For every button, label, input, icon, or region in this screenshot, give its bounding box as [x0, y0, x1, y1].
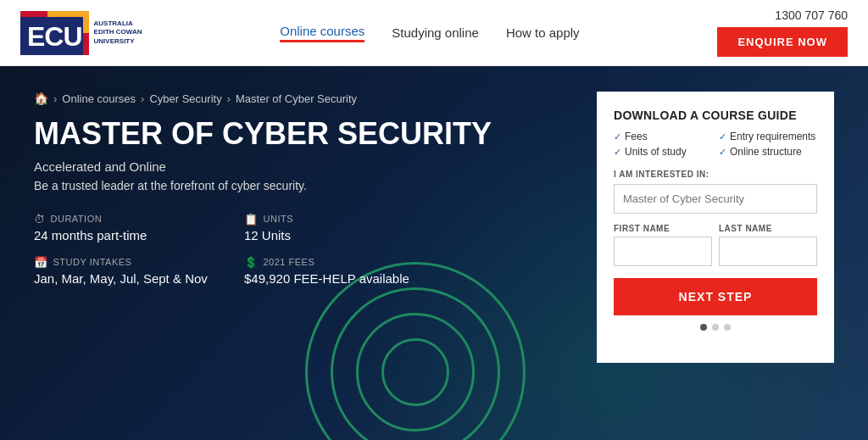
first-name-input[interactable] [614, 237, 712, 266]
breadcrumb-sep-1: › [53, 92, 57, 105]
guide-title: DOWNLOAD A COURSE GUIDE [614, 109, 817, 122]
fees-label: 💲 2021 FEES [244, 256, 441, 269]
check-icon-entry: ✓ [719, 131, 726, 142]
enquire-now-button[interactable]: ENQUIRE NOW [717, 27, 848, 57]
phone-number: 1300 707 760 [775, 8, 848, 22]
dot-2[interactable] [712, 324, 719, 331]
units-value: 12 Units [244, 228, 441, 242]
last-name-input[interactable] [719, 237, 817, 266]
check-icon-online: ✓ [719, 147, 726, 158]
interested-label: I AM INTERESTED IN: [614, 170, 817, 179]
last-name-col: LAST NAME [719, 224, 817, 266]
units-item: 📋 UNITS 12 Units [244, 213, 441, 242]
breadcrumb-sep-2: › [141, 92, 144, 105]
nav-how-to-apply[interactable]: How to apply [506, 25, 580, 40]
hero-section: 🏠 › Online courses › Cyber Security › Ma… [0, 66, 868, 440]
logo-subtitle: AUSTRALIA EDITH COWAN UNIVERSITY [94, 19, 142, 46]
hero-description: Be a trusted leader at the forefront of … [34, 179, 597, 192]
intakes-item: 📅 STUDY INTAKES Jan, Mar, May, Jul, Sept… [34, 256, 231, 286]
header-right: 1300 707 760 ENQUIRE NOW [717, 8, 848, 57]
dot-1[interactable] [700, 324, 707, 331]
logo-area: ECU AUSTRALIA EDITH COWAN UNIVERSITY [20, 11, 142, 55]
next-step-button[interactable]: NEXT STEP [614, 278, 817, 315]
name-row: FIRST NAME LAST NAME [614, 224, 817, 266]
hero-content: 🏠 › Online courses › Cyber Security › Ma… [34, 92, 597, 415]
feature-fees: ✓ Fees [614, 131, 712, 142]
fees-item: 💲 2021 FEES $49,920 FEE-HELP available [244, 256, 441, 286]
first-name-col: FIRST NAME [614, 224, 712, 266]
logo-side-bar [83, 11, 89, 55]
check-icon-units: ✓ [614, 147, 621, 158]
duration-label: ⏱ DURATION [34, 213, 231, 226]
fees-value: $49,920 FEE-HELP available [244, 271, 441, 286]
calendar-icon: 📅 [34, 256, 48, 269]
hero-subtitle: Accelerated and Online [34, 159, 597, 174]
units-icon: 📋 [244, 213, 259, 226]
check-icon-fees: ✓ [614, 131, 621, 142]
pagination-dots [614, 324, 817, 331]
nav-online-courses[interactable]: Online courses [280, 24, 364, 42]
header: ECU AUSTRALIA EDITH COWAN UNIVERSITY Onl… [0, 0, 868, 66]
last-name-label: LAST NAME [719, 224, 817, 233]
features-grid: ✓ Fees ✓ Entry requirements ✓ Units of s… [614, 131, 817, 158]
dot-3[interactable] [724, 324, 731, 331]
breadcrumb-online-courses[interactable]: Online courses [62, 92, 136, 105]
feature-entry: ✓ Entry requirements [719, 131, 817, 142]
clock-icon: ⏱ [34, 213, 46, 226]
breadcrumb-cyber-security[interactable]: Cyber Security [149, 92, 221, 105]
logo-acronym: ECU [27, 16, 82, 50]
main-nav: Online courses Studying online How to ap… [280, 24, 579, 42]
duration-item: ⏱ DURATION 24 months part-time [34, 213, 231, 242]
breadcrumb-current: Master of Cyber Security [236, 92, 357, 105]
intakes-label: 📅 STUDY INTAKES [34, 256, 231, 269]
first-name-label: FIRST NAME [614, 224, 712, 233]
intakes-value: Jan, Mar, May, Jul, Sept & Nov [34, 271, 231, 286]
interested-input[interactable] [614, 184, 817, 214]
dollar-icon: 💲 [244, 256, 259, 269]
breadcrumb-sep-3: › [227, 92, 231, 105]
nav-studying-online[interactable]: Studying online [392, 25, 479, 40]
feature-units: ✓ Units of study [614, 146, 712, 158]
ecu-logo: ECU [20, 11, 89, 55]
page-title: MASTER OF CYBER SECURITY [34, 117, 597, 151]
units-label: 📋 UNITS [244, 213, 441, 226]
feature-online: ✓ Online structure [719, 146, 817, 158]
breadcrumb: 🏠 › Online courses › Cyber Security › Ma… [34, 92, 597, 105]
home-icon: 🏠 [34, 92, 48, 105]
duration-value: 24 months part-time [34, 228, 231, 242]
info-grid: ⏱ DURATION 24 months part-time 📋 UNITS 1… [34, 213, 441, 286]
guide-panel: DOWNLOAD A COURSE GUIDE ✓ Fees ✓ Entry r… [597, 92, 834, 363]
